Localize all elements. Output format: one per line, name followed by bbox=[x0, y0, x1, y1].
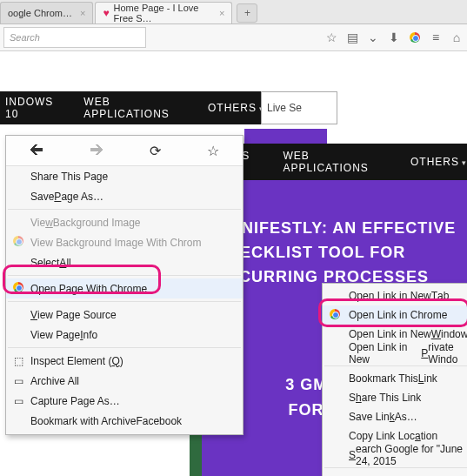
home-icon[interactable]: ⌂ bbox=[450, 30, 464, 44]
capture-icon: ▭ bbox=[11, 395, 25, 407]
nav-item[interactable]: OTHERS▾ bbox=[410, 156, 467, 168]
menu-share-link[interactable]: Share This Link bbox=[323, 388, 467, 407]
purple-strip bbox=[244, 129, 327, 144]
site-nav-a: INDOWS 10 WEB APPLICATIONS OTHERS▾ bbox=[0, 91, 264, 124]
menu-save-page-as[interactable]: Save Page As… bbox=[6, 186, 243, 206]
menu-bookmark-link[interactable]: Bookmark This Link bbox=[323, 369, 467, 388]
menu-view-bg-image-chrome: View Background Image With Chrom bbox=[6, 232, 243, 252]
menu-capture-page[interactable]: ▭Capture Page As… bbox=[6, 391, 243, 411]
menu-share-page[interactable]: Share This Page bbox=[6, 166, 243, 186]
search-input[interactable]: Search bbox=[3, 27, 146, 48]
reader-icon[interactable]: ▤ bbox=[345, 30, 359, 44]
nav-item[interactable]: WEB APPLICATIONS bbox=[283, 150, 390, 174]
star-icon[interactable]: ☆ bbox=[324, 30, 338, 44]
separator bbox=[8, 347, 241, 348]
nav-item[interactable]: INDOWS 10 bbox=[5, 96, 64, 120]
separator bbox=[8, 209, 241, 210]
separator bbox=[8, 301, 241, 302]
archive-icon: ▭ bbox=[11, 375, 25, 387]
menu-archive-all[interactable]: ▭Archive All bbox=[6, 371, 243, 391]
menu-inspect-element[interactable]: Inspect Element (Q) bbox=[323, 471, 467, 476]
menu-bookmark-archivefb[interactable]: Bookmark with ArchiveFacebook bbox=[6, 411, 243, 431]
nav-item[interactable]: WEB APPLICATIONS bbox=[83, 96, 189, 120]
menu-select-all[interactable]: Select All bbox=[6, 252, 243, 272]
tab-strip: oogle Chrom…× ♥Home Page - I Love Free S… bbox=[0, 0, 467, 24]
inspect-icon: ⬚ bbox=[11, 355, 25, 367]
chrome-icon[interactable] bbox=[408, 30, 422, 44]
menu-open-link-chrome[interactable]: Open Link in Chrome bbox=[323, 305, 467, 325]
menu-open-private-window[interactable]: Open Link in New Private Windo bbox=[323, 344, 467, 363]
chrome-icon bbox=[11, 236, 25, 249]
tab-2[interactable]: ♥Home Page - I Love Free S…× bbox=[95, 2, 232, 23]
close-icon[interactable]: × bbox=[219, 8, 224, 18]
menu-icon[interactable]: ≡ bbox=[429, 30, 443, 44]
tab-label: Home Page - I Love Free S… bbox=[114, 3, 211, 23]
nav-item[interactable]: OTHERS▾ bbox=[208, 102, 264, 114]
separator bbox=[324, 365, 467, 366]
menu-save-link-as[interactable]: Save Link As… bbox=[323, 407, 467, 426]
tab-1[interactable]: oogle Chrom…× bbox=[0, 2, 93, 23]
menu-nav-row: 🡰 🡲 ⟳ ☆ bbox=[6, 136, 243, 166]
link-context-menu: Open Link in New Tab Open Link in Chrome… bbox=[322, 283, 467, 476]
menu-open-page-chrome[interactable]: Open Page With Chrome bbox=[6, 278, 243, 298]
live-search-box[interactable]: Live Se bbox=[261, 91, 337, 124]
menu-view-bg-image: View Background Image bbox=[6, 212, 243, 232]
menu-view-page-info[interactable]: View Page Info bbox=[6, 325, 243, 345]
back-icon[interactable]: 🡰 bbox=[30, 143, 43, 158]
page-context-menu: 🡰 🡲 ⟳ ☆ Share This Page Save Page As… Vi… bbox=[5, 135, 244, 435]
menu-view-source[interactable]: View Page Source bbox=[6, 305, 243, 325]
separator bbox=[8, 275, 241, 276]
pocket-icon[interactable]: ⌄ bbox=[366, 30, 380, 44]
heart-icon: ♥ bbox=[103, 7, 109, 19]
menu-search-google[interactable]: Search Google for "June 24, 2015 bbox=[323, 446, 467, 465]
menu-open-new-tab[interactable]: Open Link in New Tab bbox=[323, 286, 467, 305]
download-icon[interactable]: ⬇ bbox=[387, 30, 401, 44]
forward-icon[interactable]: 🡲 bbox=[90, 143, 103, 158]
close-icon[interactable]: × bbox=[80, 8, 85, 18]
chevron-down-icon: ▾ bbox=[462, 158, 467, 167]
chrome-icon bbox=[11, 282, 25, 295]
chrome-icon bbox=[328, 309, 342, 322]
menu-inspect-element[interactable]: ⬚Inspect Element (Q) bbox=[6, 351, 243, 371]
browser-toolbar: Search ☆ ▤ ⌄ ⬇ ≡ ⌂ bbox=[0, 24, 467, 51]
new-tab-button[interactable]: + bbox=[237, 3, 257, 23]
reload-icon[interactable]: ⟳ bbox=[150, 143, 161, 159]
tab-label: oogle Chrom… bbox=[8, 8, 72, 18]
bookmark-icon[interactable]: ☆ bbox=[207, 143, 219, 159]
separator bbox=[324, 467, 467, 468]
